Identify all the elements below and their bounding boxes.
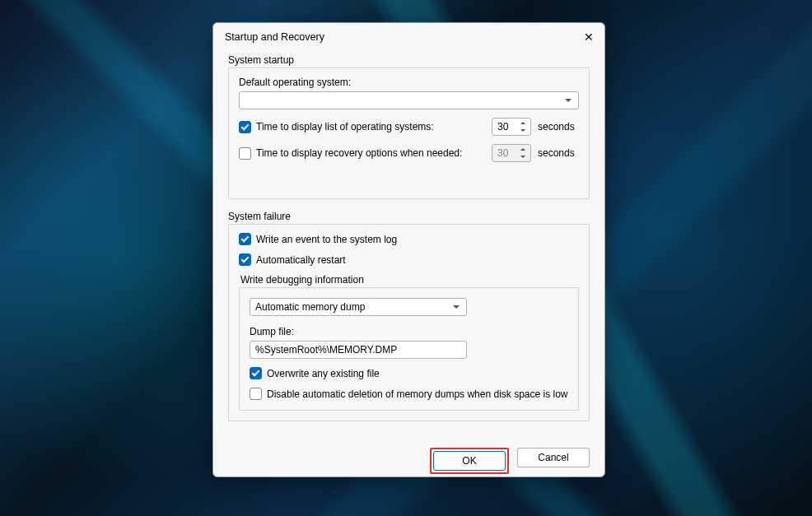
- overwrite-checkbox[interactable]: [250, 367, 262, 379]
- dialog-title: Startup and Recovery: [225, 31, 324, 43]
- time-recovery-unit: seconds: [538, 147, 579, 159]
- cancel-button[interactable]: Cancel: [517, 448, 590, 467]
- default-os-dropdown[interactable]: [239, 91, 579, 109]
- time-list-value: 30: [497, 121, 508, 132]
- spinner-arrows-icon[interactable]: [517, 119, 529, 134]
- debug-info-group: Automatic memory dump Dump file: %System…: [239, 287, 579, 411]
- dump-file-value: %SystemRoot%\MEMORY.DMP: [255, 344, 397, 356]
- system-failure-legend: System failure: [228, 211, 590, 222]
- write-event-checkbox[interactable]: [239, 233, 251, 245]
- time-recovery-value: 30: [497, 147, 508, 159]
- time-list-label: Time to display list of operating system…: [256, 121, 434, 132]
- disable-auto-delete-label: Disable automatic deletion of memory dum…: [267, 388, 568, 400]
- dump-file-label: Dump file:: [250, 326, 568, 337]
- overwrite-label: Overwrite any existing file: [267, 368, 380, 379]
- auto-restart-checkbox[interactable]: [239, 253, 251, 266]
- write-event-label: Write an event to the system log: [256, 234, 397, 245]
- close-icon[interactable]: ✕: [581, 30, 596, 44]
- time-recovery-label: Time to display recovery options when ne…: [256, 147, 462, 159]
- ok-button[interactable]: OK: [433, 451, 506, 471]
- auto-restart-label: Automatically restart: [256, 254, 346, 266]
- spinner-arrows-icon: [517, 146, 529, 160]
- titlebar: Startup and Recovery ✕: [213, 23, 604, 51]
- time-list-unit: seconds: [538, 121, 579, 132]
- time-recovery-checkbox[interactable]: [239, 147, 251, 160]
- dump-type-combo[interactable]: Automatic memory dump: [250, 298, 467, 316]
- dump-type-value: Automatic memory dump: [255, 301, 365, 313]
- time-recovery-spinner: 30: [492, 144, 531, 162]
- system-failure-group: Write an event to the system log Automat…: [228, 224, 590, 421]
- dialog-buttons: OK Cancel: [213, 441, 604, 486]
- time-list-spinner[interactable]: 30: [492, 118, 531, 136]
- dialog-content: System startup Default operating system:…: [213, 51, 604, 441]
- system-startup-legend: System startup: [228, 54, 590, 66]
- time-list-checkbox[interactable]: [239, 121, 251, 133]
- debug-info-legend: Write debugging information: [240, 274, 579, 286]
- ok-highlight: OK: [430, 448, 509, 474]
- startup-recovery-dialog: Startup and Recovery ✕ System startup De…: [212, 22, 605, 477]
- default-os-label: Default operating system:: [239, 77, 579, 88]
- dump-file-input[interactable]: %SystemRoot%\MEMORY.DMP: [250, 341, 467, 359]
- disable-auto-delete-checkbox[interactable]: [250, 388, 262, 400]
- system-startup-group: Default operating system: Time to displa…: [228, 67, 590, 199]
